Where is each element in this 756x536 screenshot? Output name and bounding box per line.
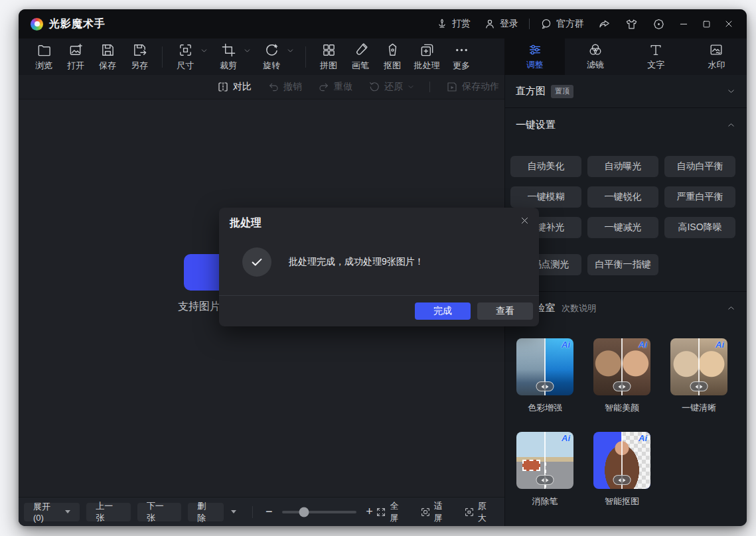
cutout-button[interactable]: 抠图: [376, 42, 408, 72]
one-click-grid: 自动美化 自动曝光 自动白平衡 一键模糊 一键锐化 严重白平衡 一键补光 一键减…: [505, 141, 747, 291]
tab-watermark-label: 水印: [708, 59, 725, 71]
tab-watermark[interactable]: 水印: [686, 38, 747, 75]
collage-label: 拼图: [320, 60, 337, 72]
ai-lab-section-header[interactable]: AI实验室 次数说明: [505, 291, 747, 324]
color-enhance-thumbnail: Ai: [516, 338, 573, 395]
histogram-title: 直方图: [516, 85, 546, 98]
original-size-button[interactable]: 原大: [464, 500, 494, 524]
tab-text-label: 文字: [647, 59, 664, 71]
save-as-button[interactable]: 另存: [123, 42, 155, 72]
more-button[interactable]: 更多: [445, 42, 477, 72]
high-iso-denoise-button[interactable]: 高ISO降噪: [664, 217, 735, 238]
dialog-done-button[interactable]: 完成: [415, 302, 471, 320]
crop-button[interactable]: 裁剪: [212, 42, 244, 72]
ai-smart-cutout-item[interactable]: Ai 智能抠图: [593, 432, 650, 507]
histogram-section-header[interactable]: 直方图 置顶: [505, 75, 747, 108]
crop-label: 裁剪: [220, 60, 237, 72]
browse-button[interactable]: 浏览: [28, 42, 60, 72]
delete-dropdown-button[interactable]: [226, 503, 241, 521]
floppy-icon: [100, 42, 115, 58]
ai-smart-beauty-item[interactable]: Ai 智能美颜: [593, 338, 650, 414]
one-click-blur-button[interactable]: 一键模糊: [510, 186, 581, 208]
original-size-label: 原大: [478, 500, 494, 524]
eraser-label: 消除笔: [532, 496, 558, 507]
resize-button[interactable]: 尺寸: [169, 42, 201, 72]
text-t-icon: [648, 42, 663, 57]
dialog-view-button[interactable]: 查看: [477, 302, 533, 320]
ai-one-click-clarity-item[interactable]: Ai 一键清晰: [670, 338, 727, 414]
one-click-sharpen-button[interactable]: 一键锐化: [587, 186, 658, 208]
minimize-button[interactable]: [672, 14, 695, 34]
chevron-down-icon[interactable]: [200, 46, 208, 55]
batch-button[interactable]: 批处理: [408, 42, 445, 72]
official-group-button[interactable]: 官方群: [534, 18, 591, 30]
zoom-in-button[interactable]: +: [363, 505, 376, 519]
tab-adjust-label: 调整: [526, 59, 544, 71]
usage-note-link[interactable]: 次数说明: [562, 302, 596, 314]
ai-eraser-item[interactable]: Ai 消除笔: [516, 432, 573, 507]
next-image-button[interactable]: 下一张: [137, 503, 181, 521]
open-button[interactable]: 打开: [60, 42, 92, 72]
resize-label: 尺寸: [177, 60, 194, 72]
undo-button[interactable]: 撤销: [267, 81, 302, 93]
fullscreen-button[interactable]: 全屏: [376, 500, 406, 524]
zoom-out-button[interactable]: −: [262, 505, 275, 519]
auto-beautify-button[interactable]: 自动美化: [510, 156, 581, 177]
before-after-slider-icon: [536, 381, 554, 391]
resize-icon: [178, 42, 193, 58]
chevron-down-icon: [726, 86, 736, 96]
pinned-badge: 置顶: [551, 85, 573, 98]
dialog-title: 批处理: [230, 216, 262, 230]
bottom-bar-divider: [252, 506, 253, 518]
chevron-down-icon[interactable]: [243, 46, 252, 55]
compare-button[interactable]: 对比: [217, 81, 252, 93]
undo-icon: [267, 81, 279, 93]
login-button[interactable]: 登录: [477, 18, 525, 30]
dialog-close-button[interactable]: [520, 216, 530, 226]
save-button[interactable]: 保存: [92, 42, 123, 72]
white-balance-one-key-button[interactable]: 白平衡一指键: [587, 254, 658, 275]
delete-button[interactable]: 删除: [188, 503, 224, 521]
fit-screen-button[interactable]: 适屏: [420, 500, 451, 524]
image-plus-icon: [68, 42, 84, 58]
redo-button[interactable]: 重做: [318, 81, 352, 93]
compare-label: 对比: [233, 81, 252, 93]
theme-tshirt-button[interactable]: [618, 18, 645, 31]
donate-button[interactable]: 打赏: [429, 18, 477, 30]
ai-badge: Ai: [639, 340, 647, 350]
prev-image-button[interactable]: 上一张: [86, 503, 130, 521]
zoom-slider[interactable]: [282, 511, 356, 513]
chevron-down-icon[interactable]: [286, 46, 295, 55]
sliders-icon: [528, 42, 542, 57]
chat-bubble-icon: [540, 18, 552, 30]
brush-label: 画笔: [352, 60, 369, 72]
rotate-button[interactable]: 旋转: [256, 42, 287, 72]
expand-button[interactable]: 展开(0): [24, 503, 80, 521]
redo-label: 重做: [334, 81, 352, 93]
brush-button[interactable]: 画笔: [344, 42, 376, 72]
save-action-button[interactable]: 保存动作: [446, 81, 499, 93]
save-label: 保存: [99, 60, 116, 72]
maximize-button[interactable]: [695, 14, 718, 34]
severe-white-balance-button[interactable]: 严重白平衡: [664, 186, 735, 208]
official-group-label: 官方群: [556, 18, 584, 30]
ai-badge: Ai: [562, 340, 570, 350]
open-label: 打开: [67, 60, 84, 72]
one-click-section-header[interactable]: 一键设置: [505, 108, 747, 141]
restore-button[interactable]: 还原: [368, 81, 415, 93]
tab-filters[interactable]: 滤镜: [565, 38, 625, 75]
one-click-dim-light-button[interactable]: 一键减光: [587, 217, 658, 238]
zoom-slider-thumb[interactable]: [299, 507, 309, 517]
tab-text[interactable]: 文字: [626, 38, 686, 75]
tab-adjust[interactable]: 调整: [504, 38, 565, 75]
settings-gear-button[interactable]: [645, 18, 672, 31]
collage-button[interactable]: 拼图: [313, 42, 344, 72]
delete-label: 删除: [197, 500, 214, 524]
close-button[interactable]: [718, 14, 740, 34]
save-action-label: 保存动作: [462, 81, 499, 93]
auto-exposure-button[interactable]: 自动曝光: [587, 156, 658, 177]
pen-nib-icon: [385, 42, 400, 58]
ai-color-enhance-item[interactable]: Ai 色彩增强: [516, 338, 573, 414]
auto-white-balance-button[interactable]: 自动白平衡: [664, 156, 735, 177]
share-button[interactable]: [591, 18, 618, 31]
